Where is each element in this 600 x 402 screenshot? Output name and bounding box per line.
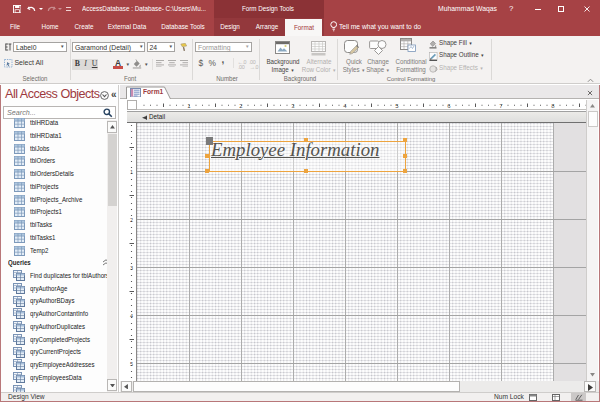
svg-text:5: 5 xyxy=(130,360,133,366)
svg-text:4: 4 xyxy=(343,102,347,108)
svg-text:4: 4 xyxy=(130,312,133,318)
svg-text:3: 3 xyxy=(291,102,295,108)
svg-text:1: 1 xyxy=(187,102,191,108)
svg-text:2: 2 xyxy=(130,216,133,222)
svg-text:3: 3 xyxy=(130,264,133,270)
svg-text:7: 7 xyxy=(499,102,503,108)
svg-text:8: 8 xyxy=(551,102,555,108)
svg-text:5: 5 xyxy=(395,102,399,108)
svg-text:1: 1 xyxy=(130,168,133,174)
svg-text:2: 2 xyxy=(239,102,243,108)
svg-text:6: 6 xyxy=(447,102,451,108)
